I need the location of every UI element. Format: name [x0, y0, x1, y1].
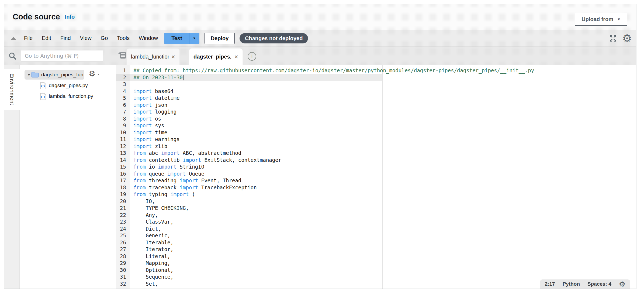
- line-number[interactable]: 17: [116, 177, 130, 184]
- line-number[interactable]: 27: [116, 246, 130, 253]
- line-number[interactable]: 9: [116, 122, 130, 129]
- code-editor[interactable]: 1234567891011121314151617181920212223242…: [116, 65, 636, 289]
- cursor-position[interactable]: 2:17: [545, 281, 555, 287]
- code-line[interactable]: from queue import Queue: [130, 170, 636, 177]
- line-number[interactable]: 28: [116, 253, 130, 260]
- code-line[interactable]: import warnings: [130, 136, 636, 143]
- language-mode[interactable]: Python: [563, 281, 580, 287]
- tree-folder-row[interactable]: ▼ dagster_pipes_funct ⚙ ▾: [20, 69, 116, 80]
- code-line[interactable]: import json: [130, 102, 636, 109]
- line-number[interactable]: 30: [116, 267, 130, 274]
- line-number[interactable]: 7: [116, 108, 130, 115]
- code-line[interactable]: import os: [130, 115, 636, 122]
- line-number[interactable]: 19: [116, 191, 130, 198]
- line-number[interactable]: 26: [116, 239, 130, 246]
- new-tab-button[interactable]: +: [248, 52, 256, 61]
- line-number[interactable]: 22: [116, 212, 130, 219]
- code-line[interactable]: from typing import (: [130, 191, 636, 198]
- menu-item-edit[interactable]: Edit: [42, 35, 51, 41]
- menu-item-go[interactable]: Go: [101, 35, 108, 41]
- tab-dagster-pipes[interactable]: dagster_pipes.py ×: [189, 48, 243, 65]
- code-line[interactable]: from traceback import TracebackException: [130, 184, 636, 191]
- menu-item-window[interactable]: Window: [139, 35, 158, 41]
- line-number[interactable]: 13: [116, 150, 130, 157]
- indentation-setting[interactable]: Spaces: 4: [587, 281, 611, 287]
- code-line[interactable]: from contextlib import ExitStack, contex…: [130, 157, 636, 164]
- code-line[interactable]: Mapping,: [130, 260, 636, 267]
- code-line[interactable]: Generic,: [130, 232, 636, 239]
- code-line[interactable]: import datetime: [130, 95, 636, 102]
- deploy-button[interactable]: Deploy: [205, 33, 235, 44]
- menu-item-view[interactable]: View: [80, 35, 92, 41]
- line-number[interactable]: 29: [116, 260, 130, 267]
- upload-from-button[interactable]: Upload from ▼: [575, 13, 627, 26]
- code-line[interactable]: Optional,: [130, 267, 636, 274]
- code-line[interactable]: import zlib: [130, 143, 636, 150]
- code-line[interactable]: from io import StringIO: [130, 163, 636, 170]
- line-number[interactable]: 32: [116, 281, 130, 288]
- code-line[interactable]: Iterable,: [130, 239, 636, 246]
- code-line[interactable]: import base64: [130, 88, 636, 95]
- environment-panel-label: Environment: [9, 73, 15, 105]
- tree-settings-gear-icon[interactable]: ⚙: [89, 70, 95, 78]
- code-line[interactable]: import sys: [130, 122, 636, 129]
- line-number[interactable]: 23: [116, 218, 130, 225]
- code-line[interactable]: IO,: [130, 198, 636, 205]
- code-area[interactable]: ## Copied from: https://raw.githubuserco…: [130, 65, 636, 289]
- ide-settings-gear-icon[interactable]: ⚙: [622, 33, 632, 44]
- test-button[interactable]: Test: [164, 33, 189, 44]
- line-number[interactable]: 18: [116, 184, 130, 191]
- code-line[interactable]: TYPE_CHECKING,: [130, 205, 636, 212]
- menu-item-tools[interactable]: Tools: [117, 35, 130, 41]
- line-number[interactable]: 25: [116, 232, 130, 239]
- code-source-panel: Code source Info Upload from ▼ File Edit…: [4, 4, 636, 289]
- go-to-anything-input[interactable]: [21, 50, 103, 61]
- menu-item-file[interactable]: File: [24, 35, 33, 41]
- tree-file-row[interactable]: lambda_function.py: [20, 91, 116, 102]
- tree-expanded-icon[interactable]: ▼: [27, 73, 31, 77]
- line-number[interactable]: 2: [116, 74, 130, 81]
- line-number[interactable]: 21: [116, 205, 130, 212]
- code-line[interactable]: from threading import Event, Thread: [130, 177, 636, 184]
- environment-panel-tab[interactable]: Environment: [4, 69, 20, 110]
- line-number[interactable]: 8: [116, 115, 130, 122]
- line-number[interactable]: 15: [116, 163, 130, 170]
- line-number[interactable]: 10: [116, 129, 130, 136]
- line-number[interactable]: 5: [116, 95, 130, 102]
- tree-file-row[interactable]: dagster_pipes.py: [20, 80, 116, 91]
- code-line[interactable]: import logging: [130, 108, 636, 115]
- close-icon[interactable]: ×: [171, 54, 175, 60]
- code-line[interactable]: ClassVar,: [130, 218, 636, 225]
- line-number[interactable]: 24: [116, 225, 130, 233]
- code-line[interactable]: Iterator,: [130, 246, 636, 253]
- editor-settings-gear-icon[interactable]: ⚙: [619, 281, 625, 288]
- line-number[interactable]: 1: [116, 67, 130, 74]
- code-line[interactable]: Dict,: [130, 225, 636, 233]
- line-number[interactable]: 14: [116, 157, 130, 164]
- tab-list-icon[interactable]: [118, 52, 126, 59]
- code-line[interactable]: ## On 2023-11-30: [130, 74, 382, 81]
- test-dropdown-button[interactable]: ▼: [189, 33, 199, 44]
- fullscreen-icon[interactable]: [609, 34, 617, 43]
- line-number[interactable]: 20: [116, 198, 130, 205]
- line-number[interactable]: 12: [116, 143, 130, 150]
- python-file-icon: [40, 82, 46, 90]
- menu-item-find[interactable]: Find: [60, 35, 71, 41]
- tab-lambda-function[interactable]: lambda_function. ×: [126, 48, 180, 65]
- code-line[interactable]: import time: [130, 129, 636, 136]
- line-number[interactable]: 4: [116, 88, 130, 95]
- line-number[interactable]: 31: [116, 274, 130, 281]
- line-number[interactable]: 33: [116, 287, 130, 289]
- line-number[interactable]: 3: [116, 81, 130, 88]
- code-line[interactable]: ## Copied from: https://raw.githubuserco…: [130, 67, 636, 74]
- line-number[interactable]: 11: [116, 136, 130, 143]
- info-link[interactable]: Info: [65, 14, 75, 20]
- code-line[interactable]: Literal,: [130, 253, 636, 260]
- line-number[interactable]: 16: [116, 170, 130, 177]
- code-line[interactable]: [130, 81, 636, 88]
- close-icon[interactable]: ×: [234, 54, 238, 60]
- collapse-menubar-icon[interactable]: [11, 37, 16, 40]
- line-number[interactable]: 6: [116, 102, 130, 109]
- code-line[interactable]: from abc import ABC, abstractmethod: [130, 150, 636, 157]
- code-line[interactable]: Any,: [130, 212, 636, 219]
